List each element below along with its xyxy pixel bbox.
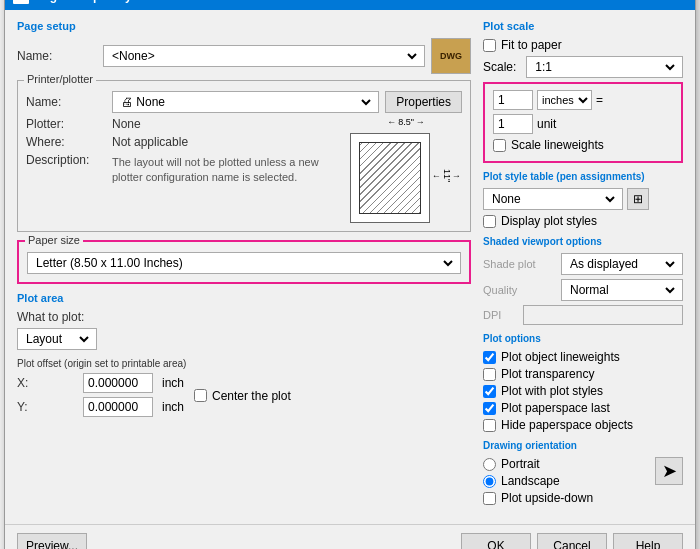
cancel-button[interactable]: Cancel [537,533,607,549]
shade-plot-label: Shade plot [483,258,555,270]
scale-select[interactable]: 1:1 [531,59,678,75]
plot-style-combo[interactable]: None [483,188,623,210]
plot-area-label: Plot area [17,292,471,304]
plot-style-select[interactable]: None [488,191,618,207]
plot-paperspace-last-checkbox[interactable] [483,402,496,415]
paper-size-title: Paper size [25,234,83,246]
plot-offset-label: Plot offset (origin set to printable are… [17,358,471,369]
printer-section-title: Printer/plotter [24,73,96,85]
y-unit: inch [162,400,184,414]
name-label: Name: [17,49,97,63]
printer-details: Plotter: None Where: Not applicable Desc… [26,117,340,223]
left-column: Page setup Name: <None> DWG [17,20,471,514]
drawing-orientation-label: Drawing orientation [483,440,683,451]
plot-with-plot-styles-checkbox[interactable] [483,385,496,398]
quality-combo[interactable]: Normal [561,279,683,301]
window-title: Page Setup - Layout1 [35,0,157,3]
plot-style-table-section: Plot style table (pen assignments) None … [483,171,683,228]
x-unit: inch [162,376,184,390]
x-row: X: inch [17,373,184,393]
center-plot-checkbox[interactable] [194,389,207,402]
shaded-viewport-label: Shaded viewport options [483,236,683,247]
plot-upside-down-checkbox[interactable] [483,492,496,505]
x-input[interactable] [83,373,153,393]
plot-object-lineweights-checkbox[interactable] [483,351,496,364]
shade-plot-select[interactable]: As displayed [566,256,678,272]
what-to-plot-combo[interactable]: Layout [17,328,97,350]
title-bar: ⊞ Page Setup - Layout1 ✕ [5,0,695,10]
window-body: Page setup Name: <None> DWG [5,10,695,524]
plot-paperspace-last-label: Plot paperspace last [501,401,610,415]
y-input[interactable] [83,397,153,417]
printer-name-select[interactable]: 🖨 None [117,94,374,110]
page-setup-section: Page setup Name: <None> DWG [17,20,471,74]
hide-paperspace-objects-checkbox[interactable] [483,419,496,432]
xy-inputs: X: inch Y: inch [17,373,184,421]
plot-transparency-row: Plot transparency [483,367,683,381]
properties-button[interactable]: Properties [385,91,462,113]
paper-size-select[interactable]: Letter (8.50 x 11.00 Inches) [32,255,456,271]
display-plot-styles-checkbox[interactable] [483,215,496,228]
paper-size-combo[interactable]: Letter (8.50 x 11.00 Inches) [27,252,461,274]
plot-transparency-checkbox[interactable] [483,368,496,381]
plot-offset-rows: X: inch Y: inch Ce [17,373,471,421]
preview-button[interactable]: Preview... [17,533,87,549]
preview-hatch [359,142,421,214]
where-row: Where: Not applicable [26,135,340,149]
what-to-plot-row: What to plot: [17,310,471,324]
paper-size-section: Paper size Letter (8.50 x 11.00 Inches) [17,240,471,284]
scale-lineweights-checkbox[interactable] [493,139,506,152]
name-select[interactable]: <None> [108,48,420,64]
desc-label: Description: [26,153,106,167]
shade-plot-combo[interactable]: As displayed [561,253,683,275]
drawing-orientation-section: Drawing orientation Portrait Landscape [483,440,683,508]
scale-input-row2: unit [493,114,673,134]
plot-object-lineweights-row: Plot object lineweights [483,350,683,364]
center-plot-row: Center the plot [194,389,291,403]
preview-box [350,133,430,223]
main-layout: Page setup Name: <None> DWG [17,20,683,514]
help-button[interactable]: Help [613,533,683,549]
printer-name-row: Name: 🖨 None Properties [26,91,462,113]
preview-size-h: ←8.5"→ [387,117,425,127]
what-to-plot-select[interactable]: Layout [22,331,92,347]
scale-value2-input[interactable] [493,114,533,134]
add-plot-style-button[interactable]: ⊞ [627,188,649,210]
hide-paperspace-objects-row: Hide paperspace objects [483,418,683,432]
scale-combo[interactable]: 1:1 [526,56,683,78]
scale-lineweights-row: Scale lineweights [493,138,673,152]
quality-select[interactable]: Normal [566,282,678,298]
plotter-row: Plotter: None [26,117,340,131]
ok-button[interactable]: OK [461,533,531,549]
scale-unit1-select[interactable]: inches [537,90,592,110]
printer-info: Plotter: None Where: Not applicable Desc… [26,117,462,223]
quality-label: Quality [483,284,555,296]
landscape-arrow-icon: ➤ [662,460,677,482]
bottom-bar: Preview... OK Cancel Help [5,524,695,549]
preview-area: ←8.5"→ ↑11"↓ [350,117,462,223]
close-button[interactable]: ✕ [667,0,687,3]
desc-value: The layout will not be plotted unless a … [112,155,340,186]
printer-name-label: Name: [26,95,106,109]
scale-value1-input[interactable] [493,90,533,110]
portrait-radio[interactable] [483,458,496,471]
orientation-content: Portrait Landscape Plot upside-down [483,457,683,508]
printer-name-combo[interactable]: 🖨 None [112,91,379,113]
name-combo[interactable]: <None> [103,45,425,67]
landscape-radio[interactable] [483,475,496,488]
fit-to-paper-checkbox[interactable] [483,39,496,52]
preview-box-area: ↑11"↓ [350,129,462,223]
plot-scale-section: Plot scale Fit to paper Scale: 1:1 [483,20,683,163]
orientation-radios: Portrait Landscape Plot upside-down [483,457,593,508]
page-setup-label: Page setup [17,20,471,32]
plot-upside-down-row: Plot upside-down [483,491,593,505]
quality-row: Quality Normal [483,279,683,301]
plot-with-plot-styles-row: Plot with plot styles [483,384,683,398]
equals-sign: = [596,93,603,107]
dpi-label: DPI [483,309,517,321]
printer-section: Printer/plotter Name: 🖨 None Properties [17,80,471,232]
plotter-value: None [112,117,141,131]
scale-unit2: unit [537,117,556,131]
right-column: Plot scale Fit to paper Scale: 1:1 [483,20,683,514]
plot-with-plot-styles-label: Plot with plot styles [501,384,603,398]
